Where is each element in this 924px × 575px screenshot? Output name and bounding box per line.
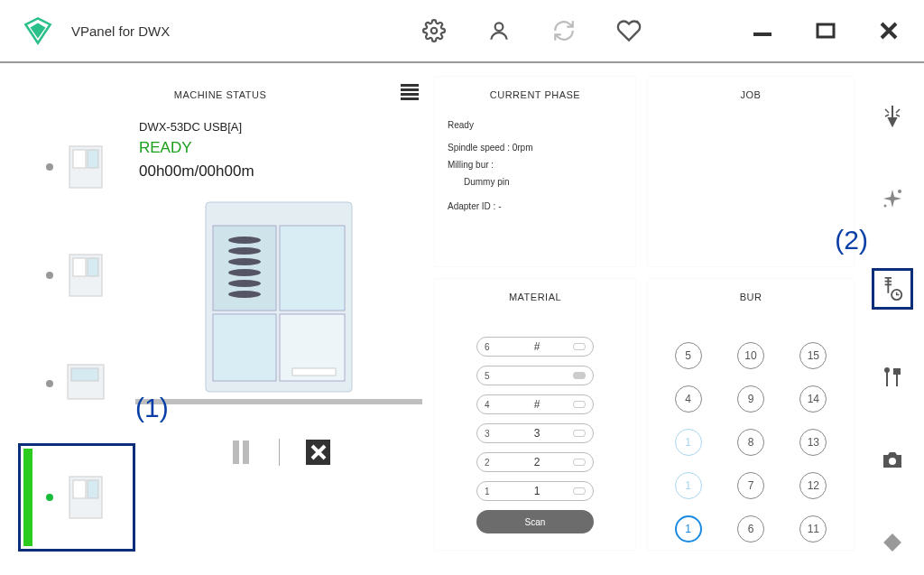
material-row[interactable]: 4 #	[476, 394, 594, 414]
material-row[interactable]: 3 3	[476, 423, 594, 443]
bur-slot[interactable]: 5	[675, 342, 702, 369]
machine-thumb-icon	[64, 473, 107, 522]
callout-1: (1)	[135, 393, 169, 423]
status-dot-icon	[46, 380, 53, 387]
main-area: MACHINE STATUS (1)	[0, 63, 924, 569]
svg-point-36	[898, 190, 901, 193]
svg-rect-4	[753, 32, 772, 36]
svg-rect-8	[401, 93, 419, 96]
disc-icon	[573, 487, 586, 495]
current-phase-card: CURRENT PHASE Ready Spindle speed : 0rpm…	[435, 77, 635, 266]
svg-rect-9	[401, 97, 419, 100]
material-index: 5	[485, 371, 501, 381]
bur-slot[interactable]: 7	[737, 472, 764, 499]
bur-slot[interactable]: 6	[737, 515, 764, 543]
machine-thumb-icon	[64, 143, 107, 191]
machine-status-label: MACHINE STATUS	[174, 89, 267, 100]
active-indicator	[23, 449, 32, 546]
material-index: 3	[485, 429, 501, 439]
machine-slot-4-selected[interactable]	[18, 443, 135, 552]
svg-rect-7	[401, 88, 419, 91]
pause-button[interactable]	[228, 440, 254, 465]
minimize-icon[interactable]	[750, 18, 775, 43]
maximize-icon[interactable]	[813, 18, 838, 43]
phase-bur-value: Dummy pin	[448, 173, 623, 190]
user-icon[interactable]	[486, 18, 512, 43]
bur-slot[interactable]: 1	[675, 515, 702, 543]
svg-rect-17	[71, 368, 98, 381]
svg-point-26	[228, 236, 261, 244]
progress-bar	[135, 399, 422, 404]
menu-icon[interactable]	[401, 84, 419, 104]
material-row[interactable]: 5	[476, 366, 594, 385]
svg-point-40	[889, 458, 896, 465]
material-header: MATERIAL	[435, 279, 635, 315]
job-header: JOB	[648, 77, 854, 113]
device-panel: DWX-53DC USB[A] READY 00h00m/00h00m	[135, 113, 422, 555]
svg-rect-14	[73, 258, 86, 276]
mill-icon[interactable]	[879, 104, 906, 130]
app-header: VPanel for DWX	[0, 0, 924, 63]
stop-button[interactable]	[305, 440, 330, 465]
sparkle-icon[interactable]	[879, 186, 906, 212]
phase-adapter: Adapter ID : -	[448, 198, 623, 215]
bur-slot[interactable]: 1	[675, 472, 702, 499]
heart-icon[interactable]	[616, 18, 642, 43]
material-row[interactable]: 1 1	[476, 481, 594, 501]
bur-slot[interactable]: 10	[737, 342, 764, 369]
svg-rect-24	[213, 314, 276, 381]
bur-slot[interactable]: 12	[799, 472, 827, 499]
material-value: #	[501, 398, 573, 411]
svg-rect-15	[88, 258, 98, 276]
material-value: 3	[501, 427, 573, 440]
current-phase-header: CURRENT PHASE	[435, 77, 635, 113]
status-dot-icon	[46, 163, 53, 171]
material-row[interactable]: 6 #	[476, 337, 594, 357]
svg-rect-41	[883, 533, 901, 552]
material-row[interactable]: 2 2	[476, 452, 594, 472]
diamond-icon[interactable]	[879, 529, 906, 555]
material-index: 1	[485, 487, 501, 496]
bur-time-icon[interactable]	[872, 268, 913, 310]
svg-point-27	[228, 247, 261, 255]
machine-slot-2[interactable]	[18, 221, 135, 329]
machine-slot-3[interactable]: (1)	[18, 329, 135, 438]
bur-card: BUR 510154914181317121611	[648, 279, 854, 550]
bur-slot[interactable]: 4	[675, 385, 702, 413]
svg-point-3	[495, 23, 504, 31]
bur-slot[interactable]: 15	[799, 342, 827, 369]
svg-rect-33	[233, 441, 239, 464]
machine-slot-1[interactable]	[18, 113, 135, 221]
material-index: 2	[485, 458, 501, 468]
bur-slot[interactable]: 9	[737, 385, 764, 413]
close-icon[interactable]	[876, 18, 901, 43]
phase-bur: Milling bur :	[448, 156, 623, 173]
material-card: MATERIAL 6 # 5 4 # 3 3 2	[435, 279, 635, 550]
tools-icon[interactable]	[879, 366, 906, 392]
svg-point-29	[228, 269, 261, 276]
svg-point-31	[228, 291, 261, 298]
bur-slot[interactable]: 14	[799, 385, 827, 413]
bur-slot[interactable]: 8	[737, 429, 764, 456]
disc-icon	[573, 343, 586, 350]
refresh-icon[interactable]	[551, 18, 577, 43]
svg-point-28	[228, 258, 261, 265]
status-dot-icon	[46, 272, 53, 279]
disc-icon	[573, 372, 586, 379]
bur-slot[interactable]: 11	[799, 515, 827, 543]
scan-button[interactable]: Scan	[476, 510, 594, 533]
app-title: VPanel for DWX	[71, 23, 170, 39]
disc-icon	[573, 401, 586, 408]
device-time: 00h00m/00h00m	[139, 162, 419, 181]
status-dot-icon	[46, 494, 53, 501]
divider	[279, 439, 280, 466]
material-index: 6	[485, 342, 501, 352]
phase-ready: Ready	[448, 116, 623, 134]
settings-icon[interactable]	[421, 18, 447, 43]
camera-icon[interactable]	[879, 447, 906, 473]
svg-rect-19	[73, 480, 86, 498]
device-image	[135, 199, 422, 395]
bur-slot[interactable]: 13	[799, 429, 827, 456]
bur-slot[interactable]: 1	[675, 429, 702, 456]
svg-point-37	[884, 205, 887, 208]
